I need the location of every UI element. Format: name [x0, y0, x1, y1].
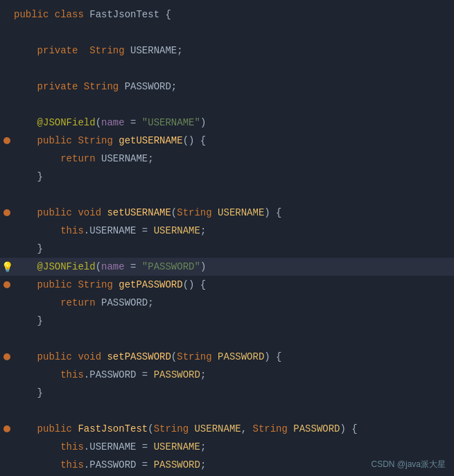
code-token: FastJsonTest [89, 9, 165, 20]
code-token: USERNAME [218, 207, 264, 218]
code-content: private String USERNAME; [14, 45, 183, 56]
code-token: . [84, 459, 89, 470]
code-content: private String PASSWORD; [14, 81, 177, 92]
code-token: ; [171, 81, 177, 92]
code-token: PASSWORD [218, 351, 264, 362]
code-line: public String getPASSWORD() { [0, 276, 454, 294]
code-token: this [60, 459, 84, 470]
code-token: PASSWORD [125, 81, 171, 92]
code-content: @JSONField(name = "USERNAME") [14, 117, 206, 128]
code-line: public FastJsonTest(String USERNAME, Str… [0, 420, 454, 438]
code-token: USERNAME [89, 441, 136, 452]
code-token: ) { [264, 207, 281, 218]
code-content: public void setPASSWORD(String PASSWORD)… [14, 351, 282, 362]
code-token: this [60, 225, 84, 236]
code-content: return PASSWORD; [14, 297, 154, 308]
code-line: } [0, 240, 454, 258]
code-token: = [136, 369, 153, 380]
code-line: @JSONField(name = "USERNAME") [0, 114, 454, 132]
code-gutter: 💡 [0, 261, 14, 273]
code-token: ) { [264, 351, 281, 362]
code-token: String [177, 207, 218, 218]
code-line: this.USERNAME = USERNAME; [0, 222, 454, 240]
code-token: name [101, 261, 125, 272]
code-token: void [78, 351, 107, 362]
code-token: String [177, 351, 218, 362]
code-token: = [125, 117, 142, 128]
code-token [14, 369, 60, 380]
code-token: = [136, 441, 153, 452]
code-token: ( [171, 207, 177, 218]
code-content: return USERNAME; [14, 153, 154, 164]
code-token: USERNAME [130, 45, 177, 56]
code-token: USERNAME [89, 225, 136, 236]
code-content: @JSONField(name = "PASSWORD") [14, 261, 206, 272]
code-content: this.USERNAME = USERNAME; [14, 441, 206, 452]
code-content: this.PASSWORD = PASSWORD; [14, 459, 206, 470]
code-line [0, 186, 454, 204]
code-gutter [0, 209, 14, 216]
code-token: PASSWORD [154, 459, 200, 470]
code-token: this [60, 369, 84, 380]
breakpoint-icon [3, 137, 10, 144]
code-token: String [89, 45, 130, 56]
code-token: USERNAME [194, 423, 241, 434]
code-content: public String getPASSWORD() { [14, 279, 206, 290]
code-token: PASSWORD [89, 369, 136, 380]
code-line: } [0, 384, 454, 402]
code-content: } [14, 243, 43, 254]
code-content: this.PASSWORD = PASSWORD; [14, 369, 206, 380]
code-token [14, 153, 60, 164]
code-line [0, 24, 454, 42]
code-token: . [84, 225, 89, 236]
breakpoint-icon [3, 353, 10, 360]
code-line: this.USERNAME = USERNAME; [0, 438, 454, 456]
code-line: return PASSWORD; [0, 294, 454, 312]
code-token: } [14, 315, 43, 326]
code-token [14, 135, 37, 146]
code-token: @JSONField [37, 261, 96, 272]
code-token: USERNAME [101, 153, 148, 164]
code-token: { [165, 9, 171, 20]
code-token: String [253, 423, 294, 434]
code-token [14, 117, 37, 128]
code-gutter [0, 425, 14, 432]
code-token [14, 423, 37, 434]
code-token: USERNAME [154, 441, 200, 452]
breakpoint-icon [3, 209, 10, 216]
code-token [14, 207, 37, 218]
code-line: } [0, 312, 454, 330]
code-line: public class FastJsonTest { [0, 6, 454, 24]
code-token: PASSWORD [89, 459, 136, 470]
code-line: public void setUSERNAME(String USERNAME)… [0, 204, 454, 222]
code-token: ) { [340, 423, 358, 434]
code-token: ; [148, 153, 153, 164]
code-token [14, 351, 37, 362]
code-token: "PASSWORD" [142, 261, 200, 272]
code-token: ; [200, 441, 206, 452]
code-token: FastJsonTest [78, 423, 148, 434]
code-content: this.USERNAME = USERNAME; [14, 225, 206, 236]
code-token: @JSONField [37, 117, 96, 128]
breakpoint-icon [3, 281, 10, 288]
code-token: name [101, 117, 125, 128]
code-token: private [14, 45, 89, 56]
code-token: private [14, 81, 84, 92]
code-gutter [0, 353, 14, 360]
code-gutter [0, 281, 14, 288]
code-token: ( [96, 117, 101, 128]
code-token: ) [200, 261, 206, 272]
code-token: = [136, 459, 153, 470]
code-token [14, 261, 37, 272]
code-token [14, 279, 37, 290]
code-token: ( [148, 423, 153, 434]
code-token: setPASSWORD [107, 351, 171, 362]
code-token: ( [171, 351, 177, 362]
code-line: 💡 @JSONField(name = "PASSWORD") [0, 258, 454, 276]
code-token: PASSWORD [293, 423, 340, 434]
code-token: ) [200, 117, 206, 128]
code-token: class [55, 9, 89, 20]
code-token: String [154, 423, 195, 434]
code-token: getUSERNAME [119, 135, 182, 146]
code-content: public class FastJsonTest { [14, 9, 171, 20]
